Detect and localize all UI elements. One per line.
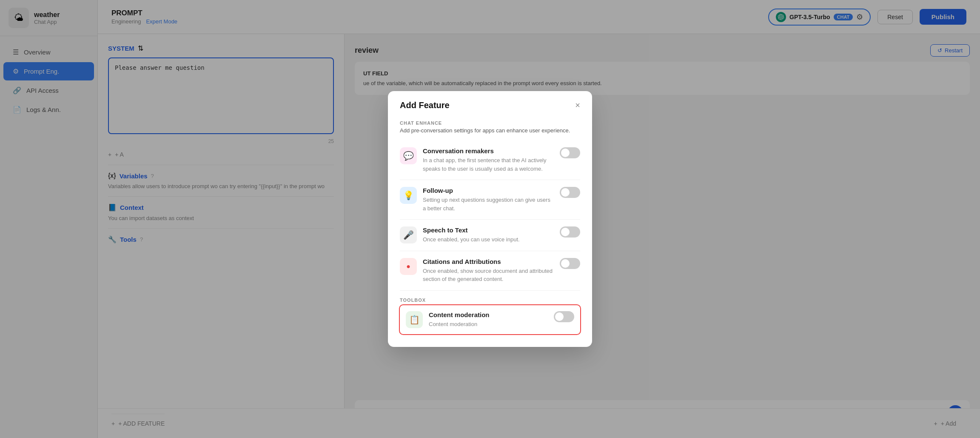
feature-citations-desc: Once enabled, show source document and a… <box>423 267 554 283</box>
feature-followup-desc: Setting up next questions suggestion can… <box>423 196 554 212</box>
feature-speech-name: Speech to Text <box>423 226 554 234</box>
feature-content-moderation: 📋 Content moderation Content moderation <box>399 304 581 335</box>
modal-body: CHAT ENHANCE Add pre-conversation settin… <box>388 120 592 347</box>
citations-icon: ● <box>406 263 410 270</box>
conversation-remakers-slider <box>560 147 580 158</box>
speech-icon: 🎤 <box>403 230 414 240</box>
feature-speech-desc: Once enabled, you can use voice input. <box>423 235 554 244</box>
citations-slider <box>560 258 580 269</box>
content-mod-slider <box>554 311 574 322</box>
modal-header: Add Feature × <box>388 91 592 114</box>
modal-close-button[interactable]: × <box>575 100 580 110</box>
feature-conversation-text: Conversation remakers In a chat app, the… <box>423 147 554 173</box>
feature-citations-name: Citations and Attributions <box>423 258 554 265</box>
chat-enhance-label: CHAT ENHANCE <box>400 120 580 126</box>
feature-content-mod-name: Content moderation <box>429 311 548 318</box>
followup-icon: 💡 <box>403 190 414 200</box>
add-feature-modal: Add Feature × CHAT ENHANCE Add pre-conve… <box>388 91 592 347</box>
followup-icon-wrap: 💡 <box>400 187 417 204</box>
speech-icon-wrap: 🎤 <box>400 226 417 243</box>
content-mod-toggle[interactable] <box>554 311 574 322</box>
citations-toggle[interactable] <box>560 258 580 269</box>
feature-conversation-desc: In a chat app, the first sentence that t… <box>423 156 554 173</box>
feature-conversation-name: Conversation remakers <box>423 147 554 155</box>
conversation-remakers-icon: 💬 <box>403 151 414 161</box>
feature-conversation-remakers: 💬 Conversation remakers In a chat app, t… <box>400 140 580 180</box>
conversation-remakers-icon-wrap: 💬 <box>400 147 417 164</box>
followup-toggle[interactable] <box>560 187 580 198</box>
content-mod-icon: 📋 <box>409 315 420 325</box>
modal-title: Add Feature <box>400 100 450 110</box>
feature-speech-to-text: 🎤 Speech to Text Once enabled, you can u… <box>400 220 580 251</box>
followup-slider <box>560 187 580 198</box>
toolbox-section: TOOLBOX 📋 Content moderation Content mod… <box>400 298 580 335</box>
feature-citations: ● Citations and Attributions Once enable… <box>400 251 580 291</box>
conversation-remakers-toggle[interactable] <box>560 147 580 158</box>
speech-slider <box>560 226 580 238</box>
feature-content-mod-text: Content moderation Content moderation <box>429 311 548 329</box>
modal-overlay: Add Feature × CHAT ENHANCE Add pre-conve… <box>0 0 980 438</box>
content-mod-icon-wrap: 📋 <box>406 311 423 328</box>
feature-speech-text: Speech to Text Once enabled, you can use… <box>423 226 554 244</box>
feature-followup-name: Follow-up <box>423 187 554 194</box>
feature-content-mod-desc: Content moderation <box>429 320 548 329</box>
toolbox-label: TOOLBOX <box>400 298 580 303</box>
feature-citations-text: Citations and Attributions Once enabled,… <box>423 258 554 283</box>
feature-followup-text: Follow-up Setting up next questions sugg… <box>423 187 554 212</box>
feature-followup: 💡 Follow-up Setting up next questions su… <box>400 180 580 220</box>
citations-icon-wrap: ● <box>400 258 417 275</box>
speech-toggle[interactable] <box>560 226 580 238</box>
chat-enhance-desc: Add pre-conversation settings for apps c… <box>400 127 580 134</box>
